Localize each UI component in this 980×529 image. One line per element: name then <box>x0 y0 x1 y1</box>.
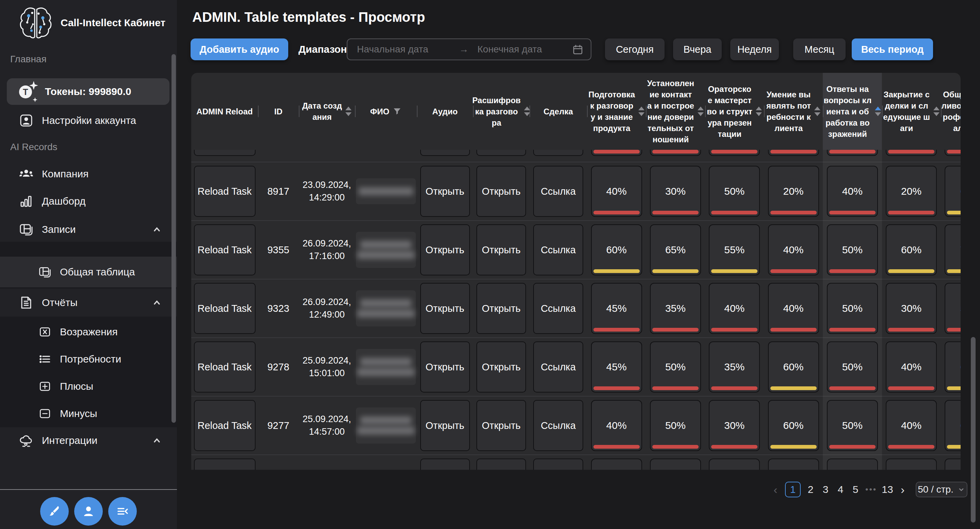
fio-redacted <box>356 349 416 385</box>
pagination-page-2[interactable]: 2 <box>805 484 816 495</box>
column-header-m2[interactable]: Установлен ие контакт а и построе ние до… <box>646 73 705 150</box>
deal-link-button[interactable]: Ссылка <box>533 283 583 334</box>
quick-filter-week[interactable]: Неделя <box>730 38 779 60</box>
column-header-m3[interactable]: Ораторско е мастерст во и структ ура пре… <box>705 73 764 150</box>
pagination-page-4[interactable]: 4 <box>835 484 846 495</box>
metric-value: 60% <box>901 244 921 256</box>
open-transcript-button[interactable]: Открыть <box>476 283 526 334</box>
column-header-label: Ораторско е мастерст во и структ ура пре… <box>707 83 752 140</box>
column-header-transcript[interactable]: Расшифров ка разгово ра <box>473 73 530 150</box>
metric-cell <box>827 459 878 470</box>
filter-icon[interactable] <box>393 107 401 116</box>
sort-carets-icon[interactable] <box>698 107 704 116</box>
reload-task-button[interactable] <box>194 459 256 470</box>
sidebar-item-pluses[interactable]: Плюсы <box>0 373 177 400</box>
start-date-placeholder[interactable]: Начальная дата <box>357 44 459 55</box>
page-size-select[interactable]: 50 / стр. <box>916 482 967 497</box>
open-transcript-button[interactable]: Открыть <box>476 166 526 217</box>
metric-score-bar-red <box>829 445 875 449</box>
open-audio-button[interactable]: Открыть <box>420 166 470 217</box>
column-header-m7[interactable]: Общая веж ливость и п рофессион ализм <box>941 73 961 150</box>
metric-cell-m5: 40% <box>827 166 878 217</box>
open-audio-button[interactable] <box>420 459 470 470</box>
calendar-icon[interactable] <box>572 44 583 55</box>
deal-link-button[interactable]: Ссылка <box>533 341 583 392</box>
metric-cell-m6: 40% <box>886 400 937 451</box>
sidebar-item-tokens[interactable]: T Токены: 999890.0 <box>7 78 169 105</box>
pagination-ellipsis-icon[interactable]: ••• <box>865 485 877 494</box>
quick-filter-today[interactable]: Сегодня <box>605 38 665 60</box>
reload-task-button[interactable]: Reload Task <box>194 400 256 451</box>
open-transcript-button[interactable]: Открыть <box>476 224 526 276</box>
open-audio-button[interactable]: Открыть <box>420 283 470 334</box>
deal-link-button[interactable] <box>533 459 583 470</box>
sort-carets-icon[interactable] <box>638 107 644 116</box>
metric-score-bar-red <box>888 328 934 331</box>
column-header-label: ID <box>274 106 282 117</box>
reload-task-button[interactable]: Reload Task <box>194 150 256 156</box>
open-audio-button[interactable]: Открыть <box>420 150 470 156</box>
column-header-m1[interactable]: Подготовка к разговор у и знание продукт… <box>587 73 646 150</box>
sidebar-item-objections[interactable]: Возражения <box>0 318 177 346</box>
pagination: ‹ 1 2 3 4 5 ••• 13 › 50 / стр. <box>771 482 967 497</box>
reload-task-button[interactable]: Reload Task <box>194 283 256 334</box>
sidebar-item-minuses[interactable]: Минусы <box>0 400 177 427</box>
sort-carets-icon[interactable] <box>875 107 881 116</box>
column-header-created[interactable]: Дата созд ания <box>299 73 355 150</box>
open-transcript-button[interactable]: Открыть <box>476 341 526 392</box>
end-date-placeholder[interactable]: Конечная дата <box>477 44 572 55</box>
open-audio-button[interactable]: Открыть <box>420 224 470 276</box>
sidebar-item-account-settings[interactable]: Настройки аккаунта <box>0 108 177 133</box>
column-header-reload: ADMIN Reload <box>191 73 258 150</box>
column-header-m5[interactable]: Ответы на вопросы кл иента и об работка … <box>823 73 882 150</box>
deal-link-button[interactable]: Ссылка <box>533 224 583 276</box>
deal-link-button[interactable]: Ссылка <box>533 150 583 156</box>
window-scrollbar[interactable] <box>971 337 975 523</box>
sort-carets-icon[interactable] <box>756 107 762 116</box>
pagination-page-3[interactable]: 3 <box>821 484 830 495</box>
add-audio-button[interactable]: Добавить аудио <box>191 38 288 60</box>
open-audio-button[interactable]: Открыть <box>420 400 470 451</box>
open-audio-button[interactable]: Открыть <box>420 341 470 392</box>
sidebar-item-reports[interactable]: Отчёты <box>0 289 177 317</box>
open-transcript-button[interactable]: Открыть <box>476 150 526 156</box>
column-header-audio: Аудио <box>417 73 473 150</box>
open-transcript-button[interactable] <box>476 459 526 470</box>
column-header-label: Аудио <box>432 106 458 117</box>
column-header-fio[interactable]: ФИО <box>355 73 417 150</box>
sidebar-item-records[interactable]: Записи <box>0 217 177 242</box>
theme-brush-button[interactable] <box>40 497 69 526</box>
reload-task-button[interactable]: Reload Task <box>194 166 256 217</box>
sort-carets-icon[interactable] <box>933 107 940 116</box>
metric-cell-m2: 65% <box>650 224 701 276</box>
deal-link-button[interactable]: Ссылка <box>533 400 583 451</box>
sidebar-item-integrations[interactable]: Интеграции <box>0 427 177 454</box>
sidebar: Call-Intellect Кабинет Главная T Токены:… <box>0 0 177 529</box>
pagination-page-5[interactable]: 5 <box>850 484 861 495</box>
metric-score-bar-red <box>888 445 934 449</box>
quick-filter-all-period[interactable]: Весь период <box>852 38 933 60</box>
collapse-menu-button[interactable] <box>108 497 137 526</box>
sidebar-item-company[interactable]: Компания <box>0 162 177 186</box>
sidebar-item-needs[interactable]: Потребности <box>0 346 177 373</box>
metric-value: 40% <box>783 303 804 314</box>
open-transcript-button[interactable]: Открыть <box>476 400 526 451</box>
column-header-m4[interactable]: Умение вы являть пот ребности к лиента <box>764 73 823 150</box>
column-header-m6[interactable]: Закрытие с делки и сл едующие ш аги <box>882 73 940 150</box>
sidebar-scrollbar[interactable] <box>172 54 176 423</box>
profile-button[interactable] <box>74 497 103 526</box>
pagination-page-1[interactable]: 1 <box>785 482 801 497</box>
pagination-next-icon[interactable]: › <box>898 483 907 496</box>
reload-task-button[interactable]: Reload Task <box>194 224 256 276</box>
sidebar-item-common-table[interactable]: Общая таблица <box>0 257 177 287</box>
reload-task-button[interactable]: Reload Task <box>194 341 256 392</box>
deal-link-button[interactable]: Ссылка <box>533 166 583 217</box>
pagination-page-13[interactable]: 13 <box>882 484 893 495</box>
sort-carets-icon[interactable] <box>814 107 821 116</box>
pagination-prev-icon[interactable]: ‹ <box>771 483 780 496</box>
quick-filter-month[interactable]: Месяц <box>793 38 846 60</box>
date-range-input[interactable]: Начальная дата → Конечная дата <box>347 38 592 60</box>
sort-carets-icon[interactable] <box>345 107 352 116</box>
quick-filter-yesterday[interactable]: Вчера <box>673 38 722 60</box>
sidebar-item-dashboard[interactable]: Дашборд <box>0 189 177 214</box>
